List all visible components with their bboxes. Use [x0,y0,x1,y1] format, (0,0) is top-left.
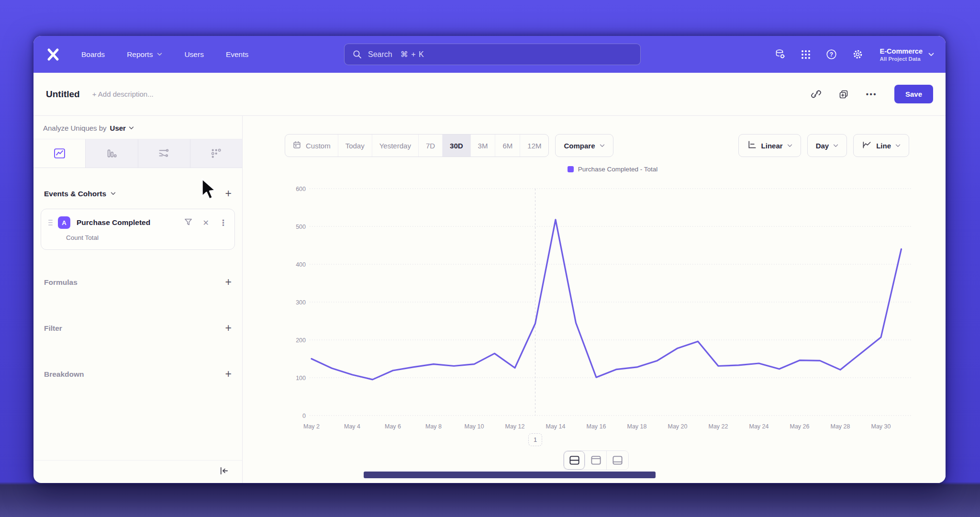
nav-items: BoardsReportsUsersEvents [81,50,248,59]
filter-funnel-icon[interactable] [184,217,193,228]
range-custom[interactable]: Custom [285,135,338,157]
tab-bar-chart[interactable] [86,139,138,168]
add-filter-button[interactable]: + [225,323,232,334]
analyze-label: Analyze Uniques by [43,124,107,132]
svg-text:May 10: May 10 [465,423,484,430]
svg-text:May 18: May 18 [627,423,647,430]
svg-text:200: 200 [296,337,306,344]
event-aggregation[interactable]: Count Total [66,234,227,241]
layout-top-bar-button[interactable] [585,451,607,470]
add-description[interactable]: + Add description... [92,90,154,98]
tab-retention[interactable] [190,139,242,168]
drag-handle-icon[interactable] [48,220,53,225]
svg-text:May 24: May 24 [749,423,769,430]
report-titlebar: Untitled + Add description... ••• Save [33,73,946,116]
svg-text:May 4: May 4 [344,423,360,430]
layout-toggle-group [563,450,629,470]
tab-insights-line[interactable] [33,139,86,168]
analyze-row: Analyze Uniques by User [33,116,242,132]
query-sidebar: Analyze Uniques by User [33,116,243,483]
svg-text:May 14: May 14 [546,423,566,430]
apps-grid-icon[interactable] [801,49,811,60]
search-placeholder: Search [368,50,392,59]
layout-split-rows-button[interactable] [564,451,585,470]
legend-label: Purchase Completed - Total [578,166,657,173]
desktop: { "nav": { "items": [ {"label": "Boards"… [0,0,980,517]
scale-dropdown[interactable]: Linear [738,134,801,157]
nav-right: ? E-Commerce All Project Data [774,47,934,61]
horizontal-scrollbar-thumb[interactable] [364,472,656,478]
analyze-value-dropdown[interactable]: User [110,124,134,132]
interval-dropdown[interactable]: Day [807,134,847,157]
range-3m[interactable]: 3M [471,135,496,157]
layout-bottom-bar-button[interactable] [607,451,628,470]
svg-text:400: 400 [296,261,306,268]
chart-panel: CustomTodayYesterday7D30D3M6M12M Compare… [243,116,946,483]
svg-text:May 26: May 26 [790,423,810,430]
visualization-tabs [33,139,242,168]
calendar-icon [292,140,301,151]
svg-text:0: 0 [302,413,306,419]
nav-item-events[interactable]: Events [226,50,248,59]
tab-flow[interactable] [138,139,190,168]
collapse-sidebar-icon[interactable] [219,466,229,477]
svg-text:May 30: May 30 [871,423,891,430]
svg-text:May 2: May 2 [303,423,320,430]
compare-dropdown[interactable]: Compare [555,134,613,157]
range-6m[interactable]: 6M [495,135,520,157]
svg-text:May 6: May 6 [385,423,401,430]
svg-text:May 28: May 28 [831,423,850,430]
annotation-badge[interactable]: 1 [528,433,542,446]
data-sources-icon[interactable] [774,48,786,60]
svg-text:?: ? [829,51,833,58]
range-30d[interactable]: 30D [443,135,471,157]
report-title[interactable]: Untitled [46,89,80,100]
svg-text:100: 100 [296,375,306,382]
settings-gear-icon[interactable] [852,48,864,60]
add-formula-button[interactable]: + [225,277,232,288]
nav-item-users[interactable]: Users [184,50,203,59]
range-7d[interactable]: 7D [419,135,443,157]
svg-text:300: 300 [296,299,306,306]
events-cohorts-header[interactable]: Events & Cohorts + [44,188,232,199]
event-letter-badge: A [58,216,70,229]
mixpanel-logo-icon[interactable] [45,46,61,63]
svg-text:600: 600 [296,186,306,192]
range-yesterday[interactable]: Yesterday [372,135,419,157]
duplicate-icon[interactable] [838,89,849,100]
chart-type-dropdown[interactable]: Line [853,134,909,157]
add-event-button[interactable]: + [225,188,232,199]
line-chart[interactable]: 0100200300400500600May 2May 4May 6May 8M… [243,184,927,436]
app-window: BoardsReportsUsersEvents Search ⌘ + K [33,36,946,483]
search-icon [353,50,362,59]
svg-text:May 8: May 8 [425,423,442,430]
more-actions-icon[interactable]: ••• [866,90,877,98]
search-shortcut: ⌘ + K [401,50,424,59]
help-icon[interactable]: ? [825,48,837,60]
range-12m[interactable]: 12M [520,135,548,157]
search-input[interactable]: Search ⌘ + K [344,44,641,65]
copy-link-icon[interactable] [811,89,821,99]
breakdown-row: Breakdown + [44,369,232,380]
nav-item-reports[interactable]: Reports [127,50,162,59]
add-breakdown-button[interactable]: + [225,369,232,380]
date-range-group: CustomTodayYesterday7D30D3M6M12M [285,134,549,157]
save-button[interactable]: Save [894,85,933,103]
top-navbar: BoardsReportsUsersEvents Search ⌘ + K [33,36,946,73]
remove-event-icon[interactable]: ✕ [203,218,209,227]
range-today[interactable]: Today [338,135,372,157]
content: Analyze Uniques by User [33,116,946,483]
nav-item-boards[interactable]: Boards [81,50,105,59]
project-switcher[interactable]: E-Commerce All Project Data [880,47,934,61]
linear-axis-icon [747,140,757,151]
event-card[interactable]: A Purchase Completed ✕ ⋮ Count Total [41,209,235,250]
event-menu-icon[interactable]: ⋮ [219,218,227,228]
sidebar-footer [33,460,242,483]
project-name: E-Commerce [880,47,923,56]
event-name[interactable]: Purchase Completed [77,218,178,227]
chart-legend: Purchase Completed - Total [313,166,912,173]
chart-controls: CustomTodayYesterday7D30D3M6M12M Compare… [243,134,946,157]
formulas-row: Formulas + [44,277,232,288]
svg-text:May 22: May 22 [709,423,728,430]
line-chart-icon [862,140,872,151]
